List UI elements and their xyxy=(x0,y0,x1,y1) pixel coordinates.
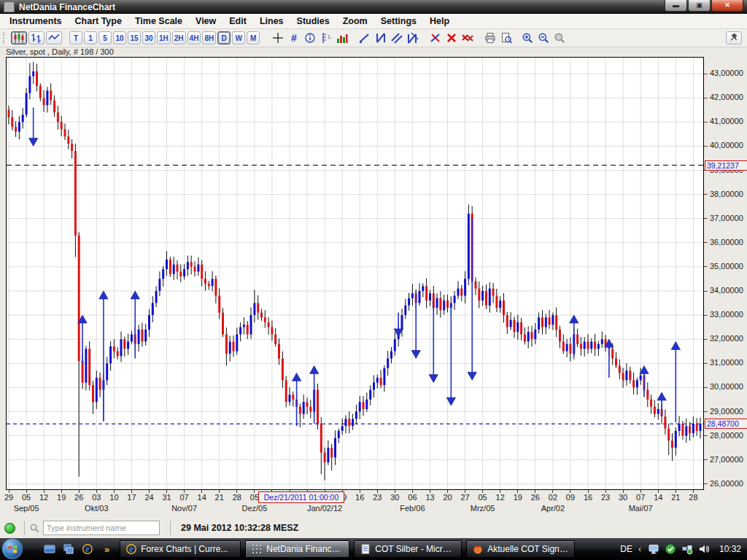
info-icon[interactable] xyxy=(303,31,317,44)
trend-line-2-icon[interactable] xyxy=(374,31,388,44)
parallel-lines-icon[interactable] xyxy=(390,31,404,44)
taskbar-button-4[interactable]: Aktuelle COT Signal... xyxy=(466,540,575,558)
menu-chart-type[interactable]: Chart Type xyxy=(69,15,128,28)
price-chart[interactable] xyxy=(6,57,704,490)
x-axis-month-label: Nov/07 xyxy=(160,504,209,513)
candlestick-chart-icon[interactable] xyxy=(11,31,27,44)
x-axis-day-label: 19 xyxy=(53,493,70,502)
y-axis-tick xyxy=(704,339,708,340)
line-chart-icon[interactable] xyxy=(46,31,62,44)
x-axis-day-label: 16 xyxy=(579,493,597,502)
maximize-button[interactable]: ▣ xyxy=(688,0,711,12)
y-axis-label: 41,00000 xyxy=(710,117,746,125)
language-indicator[interactable]: DE xyxy=(620,544,632,554)
menu-view[interactable]: View xyxy=(189,15,222,28)
trend-line-icon[interactable] xyxy=(357,31,372,44)
x-axis-day-label: 14 xyxy=(193,493,211,502)
x-axis-day-label: 23 xyxy=(597,493,614,502)
pin-icon[interactable] xyxy=(726,31,742,44)
interval-15-button[interactable]: 15 xyxy=(128,31,141,44)
quick-launch-overflow-chevron[interactable]: » xyxy=(104,544,109,555)
x-axis-month-label: Okt/03 xyxy=(72,504,120,513)
tray-volume-icon[interactable] xyxy=(697,542,711,556)
minimize-button[interactable]: ▬ xyxy=(665,0,687,12)
x-axis-day-label: 12 xyxy=(35,493,53,502)
search-icon xyxy=(29,523,40,534)
interval-30-button[interactable]: 30 xyxy=(142,31,155,44)
taskbar-button-label: NetDania FinanceC... xyxy=(266,544,344,554)
system-tray: DE ‹ 10:32 xyxy=(620,542,747,556)
menu-edit[interactable]: Edit xyxy=(222,15,253,28)
interval-8h-button[interactable]: 8H xyxy=(202,31,216,44)
svg-text:e: e xyxy=(130,544,134,554)
y-axis-tick xyxy=(704,122,708,122)
interval-4h-button[interactable]: 4H xyxy=(187,31,201,44)
x-axis-day-label: 26 xyxy=(527,493,544,502)
interval-2h-button[interactable]: 2H xyxy=(172,31,186,44)
svg-text:1.2: 1.2 xyxy=(328,34,332,39)
tray-collapse-chevron[interactable]: ‹ xyxy=(638,544,641,554)
y-axis-label: 38,00000 xyxy=(710,190,746,198)
chart-region: Silver, spot , Daily, # 198 / 300 43,000… xyxy=(0,47,747,518)
close-button[interactable]: ✕ xyxy=(711,0,743,12)
menu-bar: InstrumentsChart TypeTime ScaleViewEditL… xyxy=(0,14,747,29)
zoom-reset-icon[interactable] xyxy=(552,31,567,44)
x-axis-day-label: 19 xyxy=(509,493,527,502)
remove-selected-icon[interactable] xyxy=(444,31,459,44)
interval-10-button[interactable]: 10 xyxy=(113,31,126,44)
x-axis-month-label: Dez/05 xyxy=(231,504,279,513)
bar-chart-icon[interactable] xyxy=(28,31,44,44)
interval-d-button[interactable]: D xyxy=(217,31,231,44)
x-axis-day-label: 28 xyxy=(228,493,246,502)
interval-1-button[interactable]: 1 xyxy=(84,31,97,44)
interval-m-button[interactable]: M xyxy=(247,31,260,44)
x-axis-day-label: 27 xyxy=(457,493,474,502)
interval-w-button[interactable]: W xyxy=(232,31,245,44)
menu-studies[interactable]: Studies xyxy=(290,15,336,28)
zoom-out-icon[interactable] xyxy=(536,31,551,44)
print-preview-icon[interactable] xyxy=(499,31,514,44)
menu-lines[interactable]: Lines xyxy=(253,15,290,28)
x-axis-day-label: 28 xyxy=(684,493,702,502)
switch-windows-icon[interactable] xyxy=(62,542,75,556)
crosshair-icon[interactable] xyxy=(271,31,285,44)
status-bar: 29 Mai 2012 10:32:28 MESZ xyxy=(0,518,747,538)
grid-icon[interactable]: # xyxy=(287,31,301,44)
axis-scale-icon[interactable]: 1.2 xyxy=(319,31,333,44)
menu-instruments[interactable]: Instruments xyxy=(3,15,69,28)
tray-security-check-icon[interactable] xyxy=(664,542,677,556)
taskbar-button-3[interactable]: COT Silber - Micros... xyxy=(354,540,462,558)
taskbar-button-2[interactable]: NetDania FinanceC... xyxy=(245,540,349,558)
zoom-in-icon[interactable] xyxy=(520,31,535,44)
x-axis-day-label: 12 xyxy=(492,493,509,502)
interval-1h-button[interactable]: 1H xyxy=(157,31,171,44)
menu-settings[interactable]: Settings xyxy=(374,15,423,28)
price-marker-label: 39,21237 xyxy=(705,160,747,171)
taskbar-button-label: COT Silber - Micros... xyxy=(375,544,456,554)
y-axis-tick xyxy=(704,194,708,195)
taskbar-button-1[interactable]: eForex Charts | Curre... xyxy=(120,540,241,558)
tray-network-icon[interactable] xyxy=(681,542,694,556)
start-button[interactable] xyxy=(2,539,23,559)
x-axis-month-label: Jan/02/12 xyxy=(301,504,349,513)
interval-t-button[interactable]: T xyxy=(69,31,82,44)
internet-explorer-icon[interactable]: e xyxy=(81,542,94,556)
remove-line-icon[interactable] xyxy=(428,31,443,44)
x-axis-day-label: 02 xyxy=(544,493,562,502)
menu-zoom[interactable]: Zoom xyxy=(336,15,374,28)
remove-all-icon[interactable] xyxy=(460,31,475,44)
menu-help[interactable]: Help xyxy=(423,15,456,28)
tray-computer-icon[interactable] xyxy=(647,542,660,556)
show-desktop-icon[interactable] xyxy=(43,542,56,556)
interval-5-button[interactable]: 5 xyxy=(98,31,112,44)
print-icon[interactable] xyxy=(483,31,498,44)
toolbar: T151015301H2H4H8HDWM #1.2 xyxy=(0,29,747,47)
y-axis-tick xyxy=(704,435,708,436)
y-axis-label: 35,00000 xyxy=(710,262,746,271)
y-axis-label: 31,00000 xyxy=(710,358,746,367)
menu-time-scale[interactable]: Time Scale xyxy=(128,15,189,28)
x-axis-day-label: 31 xyxy=(158,493,176,502)
instrument-search-input[interactable] xyxy=(43,521,160,535)
channel-lines-icon[interactable] xyxy=(406,31,420,44)
volume-icon[interactable] xyxy=(335,31,349,44)
